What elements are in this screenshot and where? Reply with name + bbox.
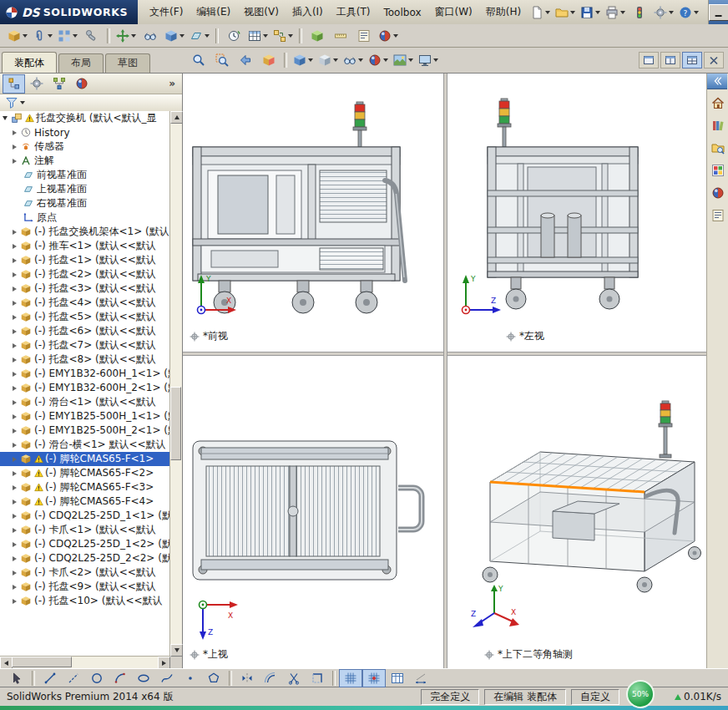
help-button[interactable]: ? — [676, 3, 701, 23]
scroll-right-button[interactable] — [158, 657, 170, 669]
menu-view[interactable]: 视图(V) — [237, 2, 286, 23]
convert-entities-button[interactable] — [306, 669, 329, 687]
sketch-point-button[interactable] — [179, 669, 202, 687]
status-custom[interactable]: 自定义 — [571, 689, 619, 705]
displaymanager-button[interactable] — [70, 74, 93, 94]
new-document-dropdown-arrow[interactable] — [545, 11, 550, 14]
help-dropdown-arrow[interactable] — [694, 11, 699, 14]
tree-item-emy1b32-600h-1-1[interactable]: (-) EMY1B32-600H_1<1> (默认 — [0, 367, 170, 381]
tree-item-caster-cmas65-f-4[interactable]: (-) 脚轮CMAS65-F<4> — [0, 494, 170, 509]
tree-item-origin[interactable]: 原点 — [0, 210, 170, 225]
assembly-features-button[interactable] — [162, 26, 187, 46]
close-document-button[interactable] — [704, 52, 724, 68]
tree-expander-icon[interactable] — [13, 244, 17, 249]
exploded-view-button[interactable] — [270, 26, 296, 46]
tree-item-emy1b25-500h-2-1[interactable]: (-) EMY1B25-500H_2<1> (默认 — [0, 423, 170, 438]
tree-item-tray-2[interactable]: (-) 托盘<2> (默认<<默认 — [0, 267, 170, 281]
tree-expander-icon[interactable] — [13, 315, 17, 320]
scroll-left-button[interactable] — [0, 657, 13, 669]
move-component-dropdown-arrow[interactable] — [131, 34, 136, 38]
save-dropdown-arrow[interactable] — [595, 11, 600, 14]
section-view-button[interactable] — [257, 50, 281, 70]
tree-item-emy1b32-600h-2-1[interactable]: (-) EMY1B32-600H_2<1> (默认 — [0, 381, 170, 395]
tree-item-tray-6[interactable]: (-) 托盘<6> (默认<<默认 — [0, 324, 170, 338]
sketch-arc-button[interactable] — [109, 669, 132, 687]
assembly-features-dropdown-arrow[interactable] — [179, 34, 185, 38]
apply-scene-dropdown-arrow[interactable] — [408, 58, 413, 62]
new-document-button[interactable] — [528, 3, 553, 23]
scroll-up-button[interactable] — [170, 111, 183, 124]
menu-tools[interactable]: 工具(T) — [330, 2, 377, 23]
tree-expander-icon[interactable] — [13, 585, 17, 590]
tree-expander-icon[interactable] — [13, 414, 17, 419]
tree-expander-icon[interactable] — [13, 599, 17, 604]
move-component-button[interactable] — [114, 26, 139, 46]
speed-ball-badge[interactable]: 50% — [626, 680, 655, 708]
mate-button[interactable] — [30, 26, 55, 46]
insert-components-button[interactable] — [5, 26, 30, 46]
solidworks-resources-button[interactable] — [706, 93, 728, 113]
tree-expander-icon[interactable] — [13, 258, 17, 263]
tab-sketch[interactable]: 草图 — [105, 53, 150, 73]
tree-item-cdq2l25-25d-2-2[interactable]: (-) CDQ2L25-25D_2<2> (默认 — [0, 551, 170, 565]
sketch-line-button[interactable] — [38, 669, 62, 687]
mirror-entities-button[interactable] — [235, 669, 259, 687]
apply-scene-button[interactable] — [391, 50, 416, 70]
tree-expander-icon[interactable] — [13, 429, 17, 434]
sketch-ellipse-button[interactable] — [132, 669, 155, 687]
tree-expander-icon[interactable] — [13, 443, 17, 448]
reference-geometry-button[interactable] — [187, 26, 212, 46]
trim-entities-button[interactable] — [282, 669, 306, 687]
sketch-spline-button[interactable] — [155, 669, 179, 687]
options-dropdown-arrow[interactable] — [669, 11, 674, 14]
tree-expander-icon[interactable] — [13, 358, 17, 363]
tree-expander-icon[interactable] — [3, 116, 8, 120]
tree-expander-icon[interactable] — [13, 542, 17, 547]
viewport-single-button[interactable] — [639, 52, 659, 68]
tree-item-tray-1[interactable]: (-) 托盘<1> (默认<<默认 — [0, 253, 170, 267]
file-explorer-button[interactable] — [706, 138, 728, 158]
tree-expander-icon[interactable] — [13, 372, 17, 377]
tree-expander-icon[interactable] — [13, 485, 17, 490]
tree-vertical-scrollbar[interactable] — [169, 111, 182, 657]
menu-file[interactable]: 文件(F) — [143, 2, 190, 23]
tree-expander-icon[interactable] — [13, 571, 17, 576]
tree-expander-icon[interactable] — [13, 272, 17, 277]
panel-overflow-button[interactable]: » — [165, 78, 179, 89]
tree-expander-icon[interactable] — [13, 500, 17, 505]
tree-expander-icon[interactable] — [13, 457, 17, 462]
configurationmanager-button[interactable] — [48, 74, 70, 94]
reference-geometry-dropdown-arrow[interactable] — [205, 34, 210, 38]
tree-item-tray-9[interactable]: (-) 托盘<9> (默认<<默认 — [0, 580, 170, 594]
appearances-dropdown-arrow[interactable] — [393, 34, 398, 38]
display-style-button[interactable] — [316, 50, 341, 70]
hide-show-items-button[interactable] — [341, 50, 366, 70]
snap-points-button[interactable] — [362, 669, 386, 687]
zoom-to-area-button[interactable] — [210, 50, 234, 70]
tree-expander-icon[interactable] — [13, 159, 17, 164]
tree-item-pallet-exchanger-root[interactable]: 托盘交换机 (默认<默认_显 — [0, 111, 170, 125]
edit-appearance-button[interactable] — [366, 50, 391, 70]
tree-item-emy1b25-500h-1-1[interactable]: (-) EMY1B25-500H_1<1> (默认 — [0, 409, 170, 423]
select-button[interactable] — [5, 669, 28, 687]
rebuild-button[interactable] — [628, 3, 651, 23]
propertymanager-button[interactable] — [25, 74, 48, 94]
mate-dropdown-arrow[interactable] — [48, 34, 53, 38]
tree-expander-icon[interactable] — [13, 301, 17, 306]
tree-item-history[interactable]: History — [0, 125, 170, 139]
menu-edit[interactable]: 编辑(E) — [190, 2, 237, 23]
smart-dimension-button[interactable] — [409, 669, 432, 687]
viewport-four-button[interactable] — [682, 52, 702, 68]
window-minimize-button[interactable] — [709, 4, 728, 21]
filter-dropdown-arrow[interactable] — [20, 101, 25, 104]
options-button[interactable] — [651, 3, 676, 23]
tab-layout[interactable]: 布局 — [58, 53, 104, 73]
new-motion-study-button[interactable] — [222, 26, 245, 46]
smart-fasteners-button[interactable] — [80, 26, 104, 46]
menu-insert[interactable]: 插入(I) — [286, 2, 330, 23]
previous-view-button[interactable] — [234, 50, 257, 70]
tree-item-annotations[interactable]: 注解 — [0, 154, 170, 168]
appearances-scenes-button[interactable] — [706, 183, 728, 203]
interference-detection-button[interactable] — [306, 26, 329, 46]
tree-expander-icon[interactable] — [13, 343, 17, 348]
